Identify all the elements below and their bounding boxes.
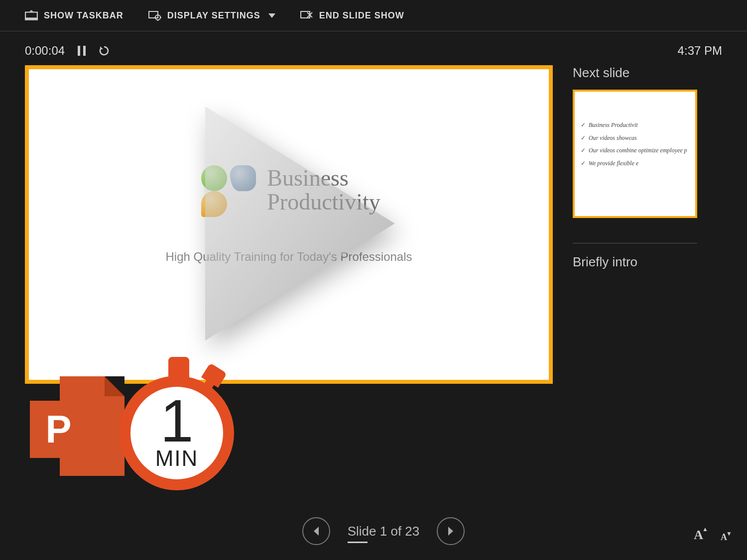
svg-marker-8	[314, 527, 319, 536]
prev-icon	[312, 526, 321, 537]
restart-icon	[99, 45, 110, 56]
svg-rect-5	[78, 46, 80, 56]
up-caret-icon: ▲	[702, 526, 708, 533]
svg-rect-1	[25, 17, 37, 19]
play-overlay-button[interactable]	[149, 84, 428, 365]
down-caret-icon: ▼	[726, 530, 732, 538]
next-slide-thumbnail[interactable]: Business Productivit Our videos showcas …	[573, 90, 697, 218]
play-icon	[149, 84, 428, 363]
restart-timer-button[interactable]	[99, 45, 110, 56]
overlay-badge: P 1 MIN	[30, 358, 239, 495]
pause-icon	[77, 45, 86, 56]
display-settings-button[interactable]: DISPLAY SETTINGS	[148, 10, 275, 21]
elapsed-timer: 0:00:04	[25, 44, 65, 58]
stopwatch-unit: MIN	[155, 446, 199, 471]
divider	[573, 243, 697, 243]
next-bullet: Our videos combine optimize employee p	[581, 147, 689, 155]
stopwatch-icon: 1 MIN	[110, 346, 239, 495]
next-bullet: Our videos showcas	[581, 134, 689, 142]
speaker-notes: Briefly intro	[573, 254, 747, 270]
next-icon	[446, 526, 455, 537]
display-settings-icon	[148, 10, 161, 21]
end-slideshow-button[interactable]: END SLIDE SHOW	[300, 10, 404, 21]
powerpoint-letter: P	[45, 407, 71, 452]
clock-time: 4:37 PM	[678, 44, 722, 58]
increase-font-button[interactable]: A▲	[694, 528, 703, 543]
font-size-controls: A▲ A▼	[694, 528, 727, 543]
next-slide-button[interactable]	[437, 517, 465, 545]
prev-slide-button[interactable]	[302, 517, 330, 545]
svg-marker-9	[448, 527, 453, 536]
taskbar-icon	[25, 10, 38, 21]
show-taskbar-label: SHOW TASKBAR	[44, 10, 124, 21]
end-slideshow-label: END SLIDE SHOW	[319, 10, 404, 21]
svg-rect-6	[83, 46, 86, 56]
show-taskbar-button[interactable]: SHOW TASKBAR	[25, 10, 124, 21]
next-bullet: Business Productivit	[581, 121, 689, 129]
slide-counter[interactable]: Slide 1 of 23	[348, 524, 420, 539]
svg-marker-7	[205, 107, 395, 340]
next-slide-label: Next slide	[573, 65, 747, 81]
slide-navigation: Slide 1 of 23	[20, 517, 747, 545]
decrease-font-button[interactable]: A▼	[721, 532, 727, 543]
presenter-toolbar: SHOW TASKBAR DISPLAY SETTINGS END SLIDE …	[0, 0, 747, 31]
main-row: Business Productivity High Quality Train…	[0, 65, 747, 384]
end-slideshow-icon	[300, 10, 313, 21]
next-slide-content: Business Productivit Our videos showcas …	[575, 92, 695, 216]
pause-button[interactable]	[77, 45, 86, 56]
stopwatch-number: 1	[160, 395, 194, 446]
display-settings-label: DISPLAY SETTINGS	[167, 10, 260, 21]
next-bullet: We provide flexible e	[581, 160, 689, 168]
svg-rect-2	[149, 11, 158, 18]
current-slide[interactable]: Business Productivity High Quality Train…	[25, 65, 553, 384]
right-column: Next slide Business Productivit Our vide…	[573, 65, 747, 384]
chevron-down-icon	[268, 13, 275, 18]
timer-row: 0:00:04 4:37 PM	[0, 31, 747, 65]
